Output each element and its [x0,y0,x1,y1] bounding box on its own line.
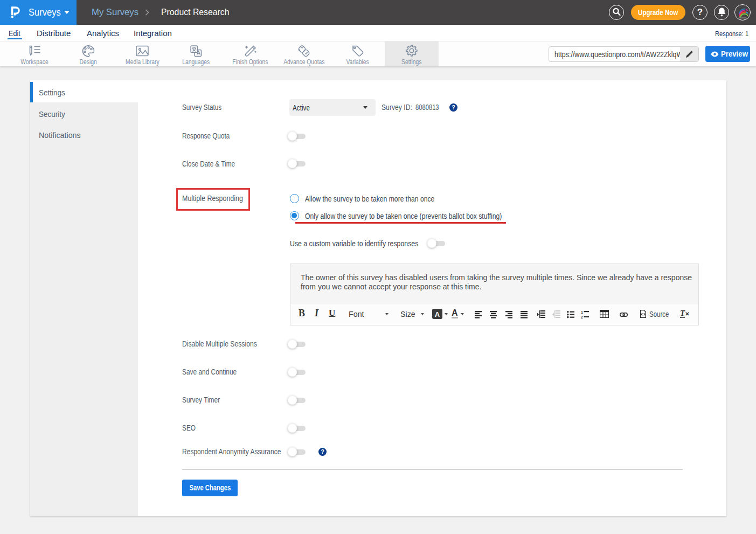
svg-text:1: 1 [581,310,583,314]
svg-text:A: A [435,310,440,318]
svg-text:2: 2 [581,315,583,318]
